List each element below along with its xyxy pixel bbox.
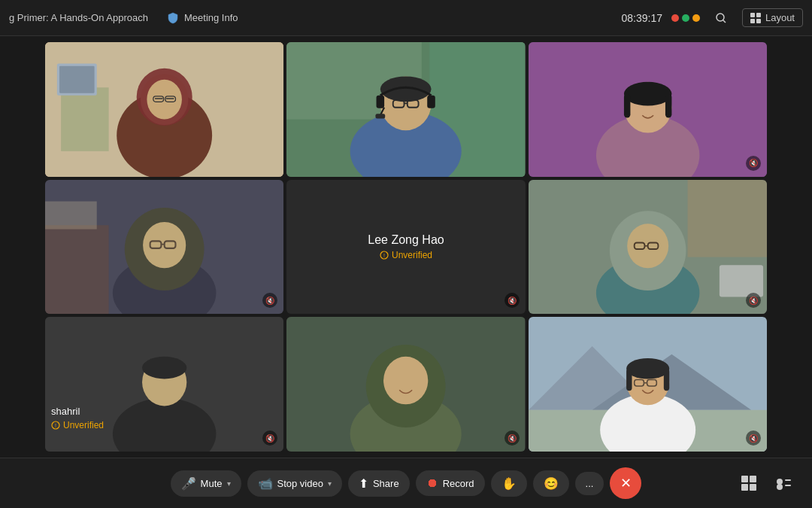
unverified-badge-5: ! Unverified [380,250,432,260]
record-dot-orange [692,14,700,22]
unverified-label-5: Unverified [392,250,432,260]
video-cell-1: 🔇 [45,42,283,177]
record-icon: ⏺ [426,476,438,490]
share-button[interactable]: ⬆ Share [348,470,410,497]
video-cell-5: Lee Zong Hao ! Unverified 🔇 [286,180,525,315]
meeting-title: g Primer: A Hands-On Approach [9,12,148,23]
svg-rect-76 [626,369,632,391]
video-cell-8: 🔇 [286,317,525,452]
svg-rect-29 [428,96,436,108]
svg-point-68 [383,357,428,404]
svg-rect-2 [750,13,755,17]
svg-point-11 [147,80,182,120]
svg-rect-3 [756,13,761,17]
more-button[interactable]: ... [575,472,604,495]
mute-chevron-icon: ▾ [227,479,231,488]
time-display: 08:39:17 [621,12,662,24]
svg-rect-88 [785,485,791,486]
participant-name-center-7: shahril ! Unverified [51,406,104,430]
shield-icon [166,11,180,25]
svg-rect-40 [45,225,109,314]
video-cell-7: shahril ! Unverified 🔇 [45,317,283,452]
svg-rect-52 [720,265,763,297]
mute-icon-8: 🔇 [504,430,520,446]
meeting-info-button[interactable]: Meeting Info [160,8,244,28]
meeting-info-label: Meeting Info [184,12,238,23]
svg-rect-17 [59,66,95,93]
svg-point-36 [624,82,671,106]
svg-rect-38 [665,94,671,118]
stop-video-label: Stop video [277,478,323,489]
top-bar-right: 08:39:17 Layout [621,6,803,30]
svg-rect-84 [750,484,756,491]
video-cell-3: 🔇 [529,42,767,177]
layout-label: Layout [765,12,795,23]
search-button[interactable] [709,6,733,30]
svg-rect-77 [663,369,668,391]
reactions-button[interactable]: 😊 [533,470,569,497]
participants-grid-button[interactable] [735,470,762,497]
end-call-button[interactable]: ✕ [610,467,641,499]
svg-rect-41 [45,201,97,229]
svg-rect-87 [785,479,791,481]
mute-icon-5: 🔇 [504,293,520,308]
svg-rect-4 [750,19,755,23]
svg-rect-5 [756,19,761,23]
mute-icon-3: 🔇 [746,156,761,171]
mute-label: Mute [201,478,223,489]
video-icon: 📹 [258,476,273,491]
video-chevron-icon: ▾ [328,479,332,488]
video-cell-9: 🔇 [529,317,767,452]
video-cell-6: 🔇 [529,180,767,315]
emoji-icon: 😊 [544,476,559,491]
svg-point-75 [626,358,669,379]
bottom-bar-right-icons [735,470,797,497]
svg-point-62 [142,357,186,379]
mute-icon-9: 🔇 [746,430,761,446]
unverified-label-7: Unverified [63,420,104,430]
layout-button[interactable]: Layout [742,8,803,27]
svg-point-86 [777,484,783,490]
record-dot-red [671,14,679,22]
recording-indicators [671,14,700,22]
top-bar: g Primer: A Hands-On Approach Meeting In… [0,0,812,36]
svg-rect-82 [750,476,756,482]
svg-rect-83 [741,484,748,491]
stop-video-button[interactable]: 📹 Stop video ▾ [247,470,342,497]
bottom-bar: 🎤 Mute ▾ 📹 Stop video ▾ ⬆ Share ⏺ Record… [0,458,812,508]
end-call-icon: ✕ [620,475,632,491]
svg-rect-51 [687,180,767,257]
participants-list-button[interactable] [770,470,797,497]
svg-point-85 [777,479,783,485]
svg-text:!: ! [55,423,56,428]
share-label: Share [373,478,399,489]
video-cell-4: 🔇 [45,180,283,315]
svg-point-24 [380,76,432,102]
share-icon: ⬆ [359,476,368,491]
record-dot-green [682,14,689,22]
svg-rect-28 [377,96,385,108]
svg-rect-37 [624,94,630,118]
participant-name-5: Lee Zong Hao [368,233,444,247]
video-grid: 🔇 [0,36,812,458]
svg-text:!: ! [383,253,385,258]
participant-name-7: shahril [51,406,80,417]
svg-line-1 [723,20,726,23]
more-dots-label: ... [586,478,594,489]
svg-rect-81 [741,476,748,482]
unverified-badge-7: ! Unverified [51,420,104,430]
raise-hand-button[interactable]: ✋ [491,470,527,497]
record-button[interactable]: ⏺ Record [416,470,485,496]
video-cell-2 [286,42,525,177]
svg-rect-7 [61,87,108,151]
raise-hand-icon: ✋ [501,476,517,491]
mute-icon: 🎤 [181,476,196,491]
mute-button[interactable]: 🎤 Mute ▾ [171,470,241,497]
participant-name-center-5: Lee Zong Hao ! Unverified [368,233,444,260]
svg-rect-31 [376,114,386,118]
record-label: Record [443,478,474,489]
